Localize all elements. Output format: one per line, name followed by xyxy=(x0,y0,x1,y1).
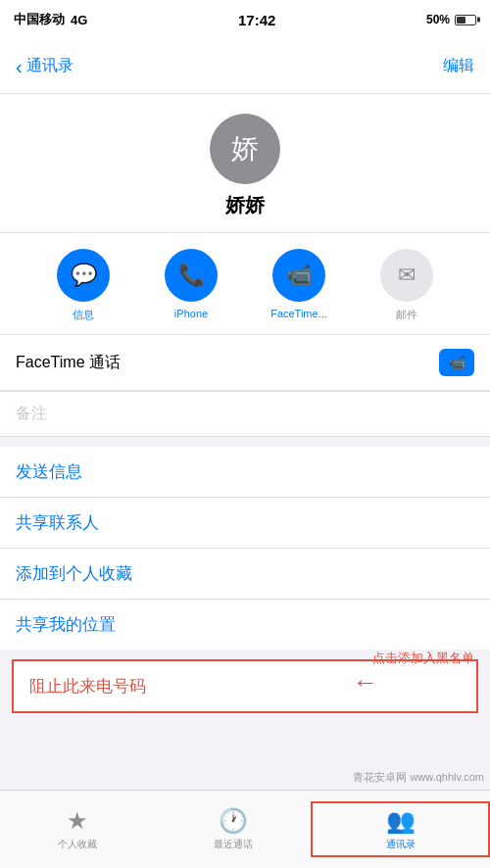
share-location-button[interactable]: 共享我的位置 xyxy=(0,600,490,650)
battery-percent: 50% xyxy=(426,13,450,26)
action-mail-label: 邮件 xyxy=(396,308,417,322)
tab-bar: ★ 个人收藏 🕐 最近通话 👥 通讯录 xyxy=(0,790,490,868)
action-facetime[interactable]: 📹 FaceTime... xyxy=(255,249,343,322)
avatar-section: 娇 娇娇 xyxy=(0,94,490,233)
tab-recents[interactable]: 🕐 最近通话 xyxy=(156,807,312,851)
status-left: 中国移动 4G xyxy=(14,11,87,28)
facetime-title: FaceTime 通话 xyxy=(16,353,121,373)
status-time: 17:42 xyxy=(238,12,275,28)
action-phone[interactable]: 📞 iPhone xyxy=(147,249,235,322)
tab-favorites[interactable]: ★ 个人收藏 xyxy=(0,807,156,851)
tab-contacts[interactable]: 👥 通讯录 xyxy=(311,801,490,857)
action-mail[interactable]: ✉ 邮件 xyxy=(363,249,451,322)
network-label: 4G xyxy=(71,13,87,27)
block-section-wrapper: 点击添加入黑名单 ← 阻止此来电号码 xyxy=(0,659,490,713)
tab-recents-label: 最近通话 xyxy=(214,838,253,851)
status-right: 50% xyxy=(426,13,476,26)
battery-fill xyxy=(457,17,466,24)
facetime-card: FaceTime 通话 📹 xyxy=(0,335,490,391)
tab-favorites-label: 个人收藏 xyxy=(58,838,97,851)
annotation-arrow-icon: ← xyxy=(353,669,474,695)
favorites-icon: ★ xyxy=(67,807,88,835)
action-phone-label: iPhone xyxy=(174,308,208,319)
annotation-container: 点击添加入黑名单 ← xyxy=(372,650,474,695)
battery-icon xyxy=(455,15,476,25)
contacts-icon: 👥 xyxy=(386,807,416,835)
notes-field[interactable]: 备注 xyxy=(0,392,490,437)
list-actions-group: 发送信息 共享联系人 添加到个人收藏 共享我的位置 xyxy=(0,447,490,650)
share-contact-button[interactable]: 共享联系人 xyxy=(0,498,490,549)
main-content: 娇 娇娇 💬 信息 📞 iPhone 📹 FaceTime... ✉ 邮件 Fa… xyxy=(0,94,490,790)
back-chevron-icon: ‹ xyxy=(16,57,23,76)
back-label: 通讯录 xyxy=(26,56,74,76)
phone-icon: 📞 xyxy=(165,249,218,302)
message-icon: 💬 xyxy=(57,249,110,302)
carrier-label: 中国移动 xyxy=(14,11,65,28)
nav-bar: ‹ 通讯录 编辑 xyxy=(0,39,490,94)
edit-button[interactable]: 编辑 xyxy=(443,56,474,76)
contact-name: 娇娇 xyxy=(225,192,265,218)
add-favorite-button[interactable]: 添加到个人收藏 xyxy=(0,549,490,600)
mail-icon: ✉ xyxy=(380,249,433,302)
action-message[interactable]: 💬 信息 xyxy=(39,249,127,322)
notes-placeholder: 备注 xyxy=(16,405,47,421)
facetime-video-button[interactable]: 📹 xyxy=(439,349,474,376)
recents-icon: 🕐 xyxy=(219,807,248,835)
actions-section: 💬 信息 📞 iPhone 📹 FaceTime... ✉ 邮件 xyxy=(0,233,490,335)
tab-contacts-label: 通讯录 xyxy=(386,838,416,851)
send-message-button[interactable]: 发送信息 xyxy=(0,447,490,498)
facetime-icon: 📹 xyxy=(272,249,325,302)
annotation-text: 点击添加入黑名单 xyxy=(372,650,474,667)
separator-1 xyxy=(0,437,490,447)
back-button[interactable]: ‹ 通讯录 xyxy=(16,56,74,76)
avatar: 娇 xyxy=(210,114,280,184)
watermark: 青花安卓网 www.qhhlv.com xyxy=(353,770,484,785)
facetime-section: FaceTime 通话 📹 xyxy=(0,335,490,392)
action-facetime-label: FaceTime... xyxy=(270,308,327,319)
status-bar: 中国移动 4G 17:42 50% xyxy=(0,0,490,39)
action-message-label: 信息 xyxy=(73,308,94,322)
